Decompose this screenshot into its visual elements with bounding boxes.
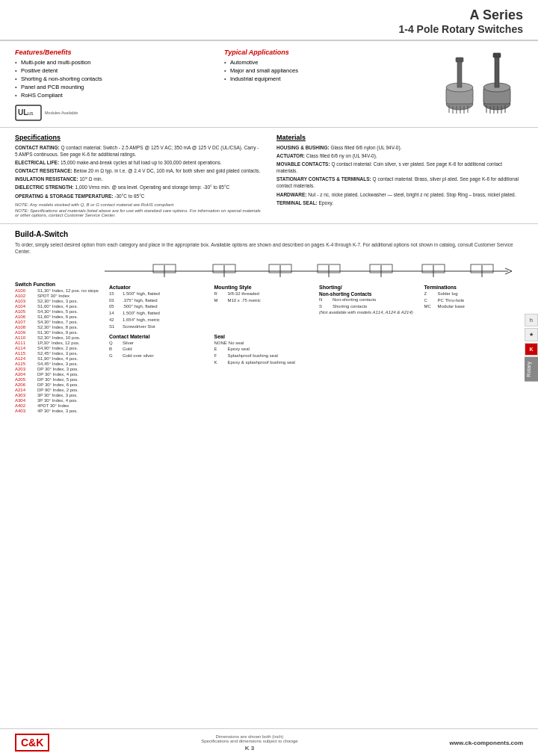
svg-text:UL: UL (18, 108, 28, 117)
product-image (433, 49, 523, 121)
actuator-item: 05.500" high, flatted (109, 304, 208, 310)
side-tabs: h ★ K Rotary (525, 314, 538, 382)
mounting-title: Mounting Style (214, 285, 314, 290)
switch-fn-row: A108S2,30° Index, 8 pos. (15, 325, 103, 329)
feature-item: Multi-pole and multi-position (15, 59, 217, 66)
switch-fn-row: A102SPDT 30° Index (15, 294, 103, 298)
materials-movable: MOVABLE CONTACTS: Q contact material: Co… (276, 161, 523, 174)
contact-item: GGold over silver (109, 353, 208, 359)
footer-line1: Dimensions are shown both (inch) (201, 734, 297, 739)
series-title: A Series (15, 7, 523, 23)
switch-function-section: Switch Function A100S1,30° Index, 12 pos… (15, 282, 103, 414)
specs-right-column: Materials HOUSING & BUSHING: Glass fille… (276, 134, 523, 217)
shorting-note: (Not available with models A114, A124 & … (319, 310, 418, 316)
options-grid: Actuator 151.500" high, flatted 03.375" … (109, 285, 523, 367)
switch-fn-row: A3033P 30° Index, 3 pos. (15, 393, 103, 397)
side-tab-star[interactable]: ★ (525, 328, 538, 341)
shorting-title: Shorting/ (319, 285, 418, 290)
materials-hardware: HARDWARE: Nut - z nc, nicke plated. Lock… (276, 191, 523, 198)
switch-fn-row: A109S1,30° Index, 9 pos. (15, 330, 103, 335)
materials-terminal-seal: TERMINAL SEAL: Epoxy. (276, 199, 523, 206)
mounting-item: R3/8-32 threaded (214, 291, 314, 297)
svg-text:us: us (28, 111, 34, 116)
switch-fn-row: A115S2,45° Index, 3 pos. (15, 351, 103, 356)
ul-certification: UL us Modules Available (15, 105, 217, 121)
specs-contact-resistance: CONTACT RESISTANCE: Below 20 m Ω typ. in… (15, 167, 262, 174)
page-header: A Series 1-4 Pole Rotary Switches (0, 0, 538, 41)
switch-fn-row: A214DP 90° Index, 2 pos. (15, 388, 103, 392)
termination-item: ZSolder lug (424, 291, 524, 297)
seal-item: EEpoxy seal (214, 347, 314, 353)
terminations-block: Terminations ZSolder lug CPC Thru-hole M… (424, 285, 524, 331)
page-footer: C&K Dimensions are shown both (inch) Spe… (0, 728, 538, 756)
build-description: To order, simply select desired option f… (15, 241, 523, 255)
switch-fn-row: A125S4,45° Index, 3 pos. (15, 362, 103, 366)
footer-line2: Specifications and dimensions subject to… (201, 739, 297, 743)
side-tab-h[interactable]: h (525, 314, 538, 326)
svg-rect-6 (457, 61, 462, 87)
switch-fn-row: A100S1,30° Index, 12 pos. no stops (15, 288, 103, 293)
contact-item: QSilver (109, 341, 208, 347)
feature-item: Shorting & non-shorting contacts (15, 75, 217, 82)
application-item: Industrial equipment (224, 75, 426, 82)
switch-fn-row: A4024PDT 30° Index (15, 403, 103, 408)
specs-electrical-life: ELECTRICAL LIFE: 15,000 make-and-break c… (15, 159, 262, 166)
application-item: Major and small appliances (224, 67, 426, 74)
build-diagram-lines (15, 261, 523, 282)
applications-list: Automotive Major and small appliances In… (224, 59, 426, 82)
actuator-item: 151.500" high, flatted (109, 291, 208, 297)
series-subtitle: 1-4 Pole Rotary Switches (15, 23, 523, 35)
specs-note2: NOTE: Specifications and materials liste… (15, 208, 262, 217)
mounting-style-block: Mounting Style R3/8-32 threaded MM10 x .… (214, 285, 314, 331)
seal-item: NONENo seal (214, 341, 314, 347)
switch-fn-row: A1111P,30° Index, 12 pos. (15, 341, 103, 345)
contact-material-block: Contact Material QSilver BGold GGold ove… (109, 334, 208, 367)
switch-fn-row: A204DP 30° Index, 4 pos. (15, 372, 103, 377)
svg-line-40 (505, 268, 512, 271)
svg-line-41 (505, 271, 512, 274)
switch-fn-title: Switch Function (15, 282, 103, 287)
build-options-right: Actuator 151.500" high, flatted 03.375" … (109, 282, 523, 414)
shorting-item: SShorting contacts (319, 304, 418, 310)
actuator-item: 03.375" high, flatted (109, 298, 208, 304)
seal-item: FSplashproof bushing seal (214, 353, 314, 359)
contact-item: BGold (109, 347, 208, 353)
build-title: Build-A-Switch (15, 230, 523, 238)
side-tab-rotary[interactable]: Rotary (525, 357, 538, 382)
materials-title: Materials (276, 134, 523, 141)
mounting-item: MM10 x .75 metric (214, 298, 314, 304)
terminations-title: Terminations (424, 285, 524, 290)
page-number: K 3 (201, 745, 297, 752)
specs-left-column: Specifications CONTACT RATING: Q contact… (15, 134, 262, 217)
side-tab-k[interactable]: K (525, 343, 538, 356)
specifications-section: Specifications CONTACT RATING: Q contact… (0, 128, 538, 224)
specs-note1: NOTE: Any models stocked with Q, B or G … (15, 202, 262, 207)
build-a-switch-section: Build-A-Switch To order, simply select d… (0, 224, 538, 420)
switch-fn-row: A110S2,30° Index, 10 pos. (15, 335, 103, 340)
materials-stationary: STATIONARY CONTACTS & TERMINALS: Q conta… (276, 176, 523, 189)
seal-title: Seal (214, 334, 314, 339)
materials-actuator: ACTUATOR: Class filled 6/6 ny on (UL 94V… (276, 152, 523, 159)
shorting-item: NNon-shorting contacts (319, 297, 418, 303)
footer-website: www.ck-components.com (450, 740, 523, 746)
switch-fn-row: A203DP 30° Index, 3 pos. (15, 367, 103, 371)
features-list: Multi-pole and multi-position Positive d… (15, 59, 217, 99)
contact-material-title: Contact Material (109, 334, 208, 339)
svg-rect-17 (495, 56, 499, 87)
features-column: Features/Benefits Multi-pole and multi-p… (15, 49, 217, 121)
footer-center: Dimensions are shown both (inch) Specifi… (201, 734, 297, 752)
applications-title: Typical Applications (224, 49, 426, 56)
application-item: Automotive (224, 59, 426, 66)
actuator-item: 421.654" high, metric (109, 317, 208, 323)
termination-item: CPC Thru-hole (424, 298, 524, 304)
actuator-item: 141.500" high, flatted (109, 311, 208, 317)
shorting-subtitle: Non-shorting Contacts (319, 291, 418, 297)
build-content: Switch Function A100S1,30° Index, 12 pos… (15, 282, 523, 414)
seal-block: Seal NONENo seal EEpoxy seal FSplashproo… (214, 334, 314, 367)
switch-fn-row: A206DP 30° Index, 6 pos. (15, 382, 103, 387)
top-section: Features/Benefits Multi-pole and multi-p… (0, 41, 538, 128)
ul-logo-icon: UL us (15, 105, 42, 121)
actuator-title: Actuator (109, 285, 208, 290)
footer-logo: C&K (15, 734, 49, 752)
applications-column: Typical Applications Automotive Major an… (224, 49, 426, 121)
